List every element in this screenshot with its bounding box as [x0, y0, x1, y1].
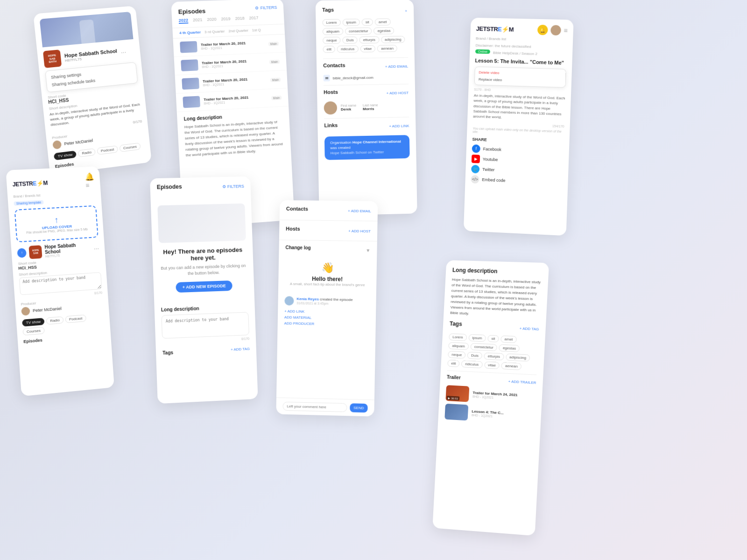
year-tab-2021[interactable]: 2021: [193, 17, 203, 23]
embed-icon: </>: [471, 175, 479, 184]
add-email-btn-2[interactable]: + ADD EMAIL: [348, 209, 371, 213]
long-desc-input[interactable]: [161, 312, 249, 339]
hosts-title-2: Hosts: [286, 226, 300, 231]
add-link-btn[interactable]: + ADD LINK: [389, 124, 409, 128]
filters-button[interactable]: ⚙ FILTERS: [254, 5, 277, 10]
tag-lorem-r: Lorem: [449, 333, 467, 341]
brand-logo: HOPESABBATH: [43, 49, 62, 68]
year-tab-2020[interactable]: 2020: [207, 17, 217, 23]
tag-etturpis: etturpis: [359, 36, 379, 44]
upload-cover-area[interactable]: ↑ UPLOAD COVER File should be PNG, JPEG.…: [14, 205, 99, 243]
trailer-title: Trailer: [447, 374, 461, 380]
tag-consectetur: consectetur: [345, 28, 372, 35]
episode-thumbnail: [182, 77, 199, 90]
tab-radio[interactable]: Radio: [78, 148, 95, 157]
add-trailer-btn[interactable]: + ADD TRAILER: [508, 379, 536, 385]
youtube-share-row[interactable]: ▶ Youtube: [472, 154, 563, 167]
tab-podcast-2[interactable]: Podcast: [65, 315, 86, 323]
year-tab-2018[interactable]: 2018: [235, 16, 245, 22]
tag-duis-r: Duis: [467, 352, 483, 359]
tag-ipsum-r: ipsum: [468, 334, 486, 342]
facebook-icon: f: [472, 145, 480, 154]
youtube-label: Youtube: [483, 157, 498, 162]
empty-subtitle: But you can add a new episode by clickin…: [160, 263, 247, 277]
quarter-3[interactable]: 3 rd Quarter: [204, 29, 225, 35]
share-label: SHARE: [472, 137, 564, 145]
add-host-btn[interactable]: + ADD HOST: [387, 91, 409, 95]
brand-menu-dots[interactable]: ···: [120, 48, 127, 56]
tags-list-right: Lorem ipsum sit amet aliquam consectetur…: [447, 333, 538, 371]
tab-tv-show-2[interactable]: TV show: [22, 318, 45, 327]
trailer-item-2[interactable]: Lesson 4: The C... 8HD - 1Q2021: [444, 404, 535, 425]
producer-avatar-2: [21, 307, 30, 316]
user-avatar[interactable]: [550, 25, 561, 36]
episodes-title-2: Episodes: [157, 183, 182, 190]
email-address: bible_desck@gmail.com: [333, 75, 374, 80]
short-desc-input[interactable]: [19, 272, 102, 295]
send-btn[interactable]: SEND: [350, 403, 368, 413]
desktop-notice: You can upload main video only on the de…: [472, 127, 564, 137]
facebook-share-row[interactable]: f Facebook: [472, 145, 564, 156]
year-tab-2017[interactable]: 2017: [249, 15, 258, 21]
tab-podcast[interactable]: Podcast: [97, 145, 118, 154]
facebook-label: Facebook: [483, 147, 501, 152]
tag-consectetur-r: consectetur: [470, 343, 497, 351]
long-description-section: Long description Hope Sabbath School is …: [177, 106, 291, 163]
tags-title-right: Tags: [450, 321, 462, 328]
add-email-btn[interactable]: + ADD EMAIL: [385, 64, 409, 69]
jetstream-episode-card: JETSTRE⚡M 🔔 ≡ Brand / Brands list Discla…: [464, 18, 574, 236]
jetstream-header-2: JETSTRE⚡M 🔔 ≡: [12, 172, 95, 193]
add-tag-btn-right[interactable]: + ADD TAG: [519, 326, 539, 331]
trailer-item-1[interactable]: ▶ 36:53 Trailer for March 24, 2021 8HD -…: [445, 385, 536, 406]
year-tabs: 2022 2021 2020 2019 2018 2017: [178, 15, 277, 24]
add-link-btn[interactable]: + ADD LINK: [284, 309, 369, 315]
add-host-btn-2[interactable]: + ADD HOST: [348, 229, 371, 233]
embed-share-row[interactable]: </> Embed code: [471, 175, 562, 187]
trailer-info-2: Lesson 4: The C... 8HD - 1Q2021: [472, 409, 535, 420]
tab-courses[interactable]: Courses: [119, 142, 141, 152]
quarter-2[interactable]: 2nd Quarter: [228, 28, 248, 34]
long-desc-title-right: Long description: [452, 267, 542, 276]
contacts-changelog-card: Contacts + ADD EMAIL Hosts + ADD HOST Ch…: [276, 200, 378, 417]
quarter-4[interactable]: 4 th Quarter: [179, 30, 201, 35]
episode-badge: Main: [271, 95, 282, 100]
tag-egestas: egestas: [374, 27, 394, 35]
lesson-description: An in-depth, interactive study of the Wo…: [473, 93, 565, 122]
episodes-list: Trailer for March 20, 2021 8HD - 1Q2021 …: [173, 35, 289, 112]
add-producer-btn[interactable]: ADD PRODUCER: [284, 321, 369, 327]
context-menu: Delete video Replace video: [474, 67, 566, 88]
jetstream-logo-2: JETSTRE⚡M: [12, 180, 48, 188]
add-tag-btn-2[interactable]: + ADD TAG: [231, 347, 250, 353]
type-tabs-2: TV show Radio Podcast Courses: [22, 313, 105, 336]
tab-radio-2[interactable]: Radio: [46, 316, 64, 325]
notification-icon-2[interactable]: 🔔: [85, 172, 94, 182]
tab-courses-2[interactable]: Courses: [22, 327, 44, 336]
brand-menu-2[interactable]: ···: [93, 244, 99, 252]
producer-name-2: Peter McDaniel: [33, 306, 62, 313]
menu-icon-2[interactable]: ≡: [85, 182, 90, 189]
twitter-label: Twitter: [482, 167, 495, 172]
tag-neque: neque: [323, 37, 341, 44]
tab-tv-show[interactable]: TV show: [54, 150, 77, 160]
tag-egestas-r: egestas: [499, 344, 520, 352]
twitter-share-row[interactable]: 🐦 Twitter: [471, 165, 563, 177]
links-title: Links: [324, 122, 338, 128]
filters-btn-2[interactable]: ⚙ FILTERS: [222, 184, 244, 189]
activity-avatar: [284, 296, 294, 305]
year-tab-2019[interactable]: 2019: [221, 16, 231, 22]
add-tag-btn[interactable]: +: [405, 9, 407, 13]
empty-title: Hey! There are no episodes here yet.: [159, 246, 247, 263]
comment-input[interactable]: [282, 402, 347, 412]
notification-icon[interactable]: 🔔: [537, 25, 548, 35]
tag-ridiculus: ridiculus: [337, 45, 359, 53]
year-tab-2022[interactable]: 2022: [178, 18, 188, 24]
menu-icon[interactable]: ≡: [564, 27, 568, 34]
quarter-1[interactable]: 1st Q: [252, 28, 261, 33]
tag-adipiscing: adipiscing: [381, 36, 405, 43]
add-episode-btn[interactable]: + ADD NEW EPISODE: [176, 280, 233, 293]
breadcrumb: Brand / Brands list: [476, 36, 567, 43]
tag-elit-r: elit: [447, 360, 460, 367]
add-material-btn[interactable]: ADD MATERIAL: [284, 315, 369, 321]
tags-section-header: Tags + ADD TAG: [449, 321, 539, 335]
host-last-name: Morris: [363, 107, 378, 112]
